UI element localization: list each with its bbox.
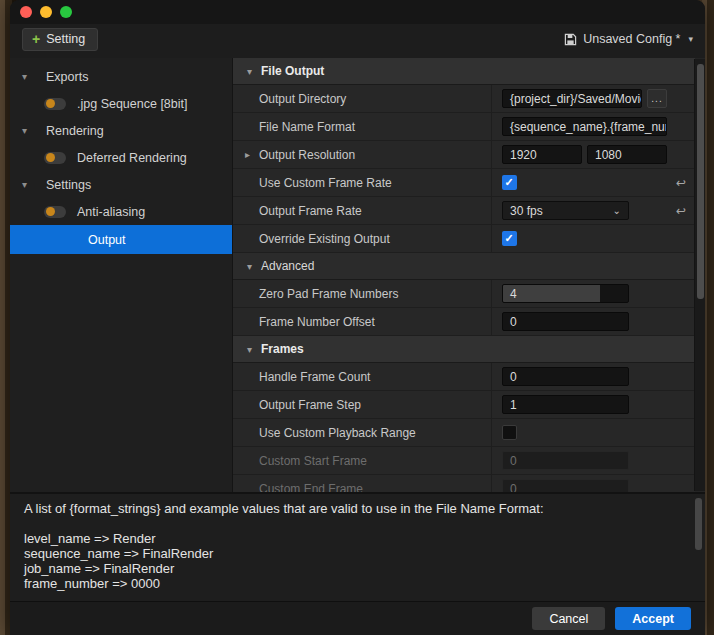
- custom-start-frame-field: 0: [502, 451, 629, 470]
- triangle-down-icon: ▾: [22, 71, 36, 82]
- zero-pad-frame-numbers-row: Zero Pad Frame Numbers 4: [233, 280, 695, 308]
- file-name-format-field[interactable]: {sequence_name}.{frame_number}: [502, 117, 667, 136]
- config-name-label: Unsaved Config *: [583, 32, 680, 46]
- description-scrollbar[interactable]: [695, 496, 703, 599]
- sidebar-item-label: Anti-aliasing: [77, 205, 145, 219]
- sidebar-item-deferred-rendering[interactable]: Deferred Rendering: [10, 144, 232, 171]
- chevron-down-icon: ⌄: [613, 205, 621, 216]
- handle-frame-count-label: Handle Frame Count: [233, 363, 492, 390]
- format-string-line: frame_number => 0000: [24, 576, 689, 591]
- dialog-footer: Cancel Accept: [10, 601, 705, 635]
- sidebar-group-label: Settings: [46, 178, 91, 192]
- config-preset-selector[interactable]: Unsaved Config * ▾: [564, 32, 693, 46]
- file-name-format-row: File Name Format {sequence_name}.{frame_…: [233, 113, 695, 141]
- handle-frame-count-field[interactable]: 0: [502, 367, 629, 386]
- frame-number-offset-label: Frame Number Offset: [233, 308, 492, 335]
- minimize-window-button[interactable]: [40, 6, 52, 18]
- resolution-width-field[interactable]: 1920: [502, 145, 582, 164]
- sidebar-item-label: .jpg Sequence [8bit]: [77, 97, 188, 111]
- output-frame-step-field[interactable]: 1: [502, 395, 629, 414]
- output-frame-step-row: Output Frame Step 1: [233, 391, 695, 419]
- custom-start-frame-label: Custom Start Frame: [233, 447, 492, 474]
- toggle-on-icon[interactable]: [44, 98, 66, 110]
- output-frame-rate-row: Output Frame Rate 30 fps ⌄ ↩: [233, 197, 695, 225]
- zoom-window-button[interactable]: [60, 6, 72, 18]
- triangle-right-icon[interactable]: ▸: [245, 149, 259, 160]
- sidebar-group-exports[interactable]: ▾ Exports: [10, 63, 232, 90]
- accept-button[interactable]: Accept: [615, 607, 691, 630]
- custom-start-frame-row: Custom Start Frame 0: [233, 447, 695, 475]
- output-frame-rate-label: Output Frame Rate: [233, 197, 492, 224]
- override-existing-output-label: Override Existing Output: [233, 225, 492, 252]
- output-directory-row: Output Directory {project_dir}/Saved/Mov…: [233, 85, 695, 113]
- sidebar-item-jpg-sequence[interactable]: .jpg Sequence [8bit]: [10, 90, 232, 117]
- sidebar-item-anti-aliasing[interactable]: Anti-aliasing: [10, 198, 232, 225]
- toggle-on-icon[interactable]: [44, 206, 66, 218]
- plus-icon: +: [32, 33, 40, 45]
- description-intro: A list of {format_strings} and example v…: [24, 501, 689, 516]
- properties-list: ▾ File Output Output Directory {project_…: [233, 58, 695, 492]
- reset-to-default-icon[interactable]: ↩: [676, 204, 686, 218]
- zero-pad-frame-numbers-slider[interactable]: 4: [502, 284, 629, 303]
- use-custom-frame-rate-label: Use Custom Frame Rate: [233, 169, 492, 196]
- custom-end-frame-row: Custom End Frame 0: [233, 475, 695, 492]
- handle-frame-count-row: Handle Frame Count 0: [233, 363, 695, 391]
- properties-scrollbar[interactable]: [694, 59, 705, 491]
- format-string-line: job_name => FinalRender: [24, 561, 689, 576]
- use-custom-playback-range-label: Use Custom Playback Range: [233, 419, 492, 446]
- scrollbar-thumb[interactable]: [695, 498, 702, 550]
- scrollbar-thumb[interactable]: [697, 64, 704, 299]
- titlebar: [10, 0, 705, 24]
- zero-pad-frame-numbers-label: Zero Pad Frame Numbers: [233, 280, 492, 307]
- output-directory-label: Output Directory: [233, 85, 492, 112]
- override-existing-output-checkbox[interactable]: [502, 231, 517, 246]
- section-header-advanced[interactable]: ▾ Advanced: [233, 253, 695, 280]
- output-frame-step-label: Output Frame Step: [233, 391, 492, 418]
- use-custom-playback-range-checkbox[interactable]: [502, 425, 517, 440]
- section-header-frames[interactable]: ▾ Frames: [233, 336, 695, 363]
- frame-number-offset-field[interactable]: 0: [502, 312, 629, 331]
- sidebar-item-label: Output: [88, 233, 126, 247]
- toggle-on-icon[interactable]: [44, 152, 66, 164]
- settings-content: ▾ Exports .jpg Sequence [8bit] ▾ Renderi…: [10, 58, 705, 492]
- override-existing-output-row: Override Existing Output: [233, 225, 695, 253]
- chevron-down-icon: ▾: [688, 34, 693, 44]
- resolution-height-field[interactable]: 1080: [587, 145, 667, 164]
- triangle-down-icon: ▾: [22, 179, 36, 190]
- reset-to-default-icon[interactable]: ↩: [676, 176, 686, 190]
- sidebar-group-label: Rendering: [46, 124, 104, 138]
- add-setting-button[interactable]: + Setting: [22, 28, 98, 51]
- settings-sidebar: ▾ Exports .jpg Sequence [8bit] ▾ Renderi…: [10, 58, 232, 492]
- output-directory-field[interactable]: {project_dir}/Saved/MovieRe: [502, 89, 642, 108]
- sidebar-group-rendering[interactable]: ▾ Rendering: [10, 117, 232, 144]
- sidebar-item-output-selected[interactable]: Output: [10, 225, 232, 254]
- use-custom-playback-range-row: Use Custom Playback Range: [233, 419, 695, 447]
- add-setting-label: Setting: [46, 32, 85, 46]
- sidebar-item-label: Deferred Rendering: [77, 151, 187, 165]
- format-string-line: sequence_name => FinalRender: [24, 546, 689, 561]
- output-frame-rate-dropdown[interactable]: 30 fps ⌄: [502, 201, 629, 220]
- section-title: File Output: [261, 64, 324, 78]
- use-custom-frame-rate-checkbox[interactable]: [502, 175, 517, 190]
- close-window-button[interactable]: [20, 6, 32, 18]
- output-resolution-row: ▸ Output Resolution 1920 1080: [233, 141, 695, 169]
- settings-toolbar: + Setting Unsaved Config * ▾: [10, 24, 705, 58]
- file-name-format-label: File Name Format: [233, 113, 492, 140]
- label-text: Output Resolution: [259, 148, 355, 162]
- triangle-down-icon: ▾: [22, 125, 36, 136]
- section-title: Frames: [261, 342, 304, 356]
- cancel-button[interactable]: Cancel: [532, 607, 605, 630]
- dropdown-value: 30 fps: [510, 204, 543, 218]
- section-title: Advanced: [261, 259, 314, 273]
- output-resolution-label: ▸ Output Resolution: [233, 141, 492, 168]
- sidebar-group-settings[interactable]: ▾ Settings: [10, 171, 232, 198]
- triangle-down-icon: ▾: [247, 261, 261, 272]
- save-config-icon: [564, 33, 577, 46]
- custom-end-frame-field: 0: [502, 479, 629, 492]
- frame-number-offset-row: Frame Number Offset 0: [233, 308, 695, 336]
- triangle-down-icon: ▾: [247, 66, 261, 77]
- triangle-down-icon: ▾: [247, 344, 261, 355]
- section-header-file-output[interactable]: ▾ File Output: [233, 58, 695, 85]
- browse-directory-button[interactable]: ...: [647, 89, 667, 108]
- movie-render-settings-window: + Setting Unsaved Config * ▾ ▾ Exports .…: [10, 0, 705, 635]
